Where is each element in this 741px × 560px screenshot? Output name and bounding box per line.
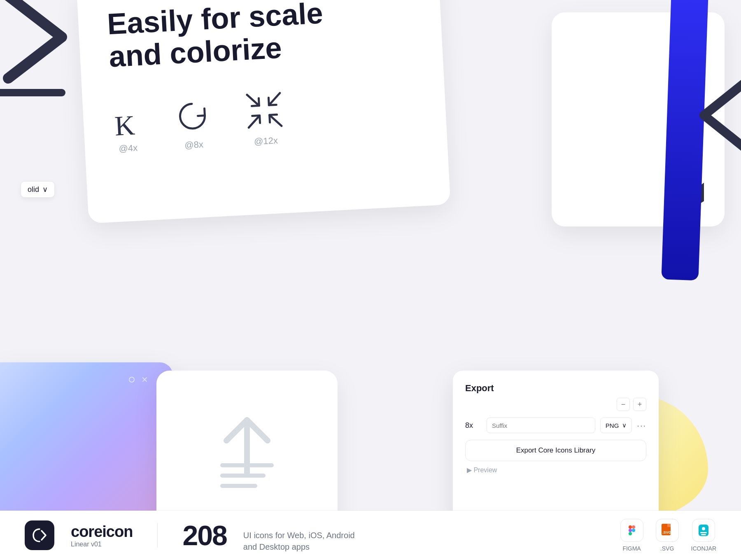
chevron-down-icon: ∨ xyxy=(42,185,48,194)
export-scale-value: 8x xyxy=(465,421,482,430)
logo-version: Linear v01 xyxy=(71,541,133,548)
arrow-left-icon xyxy=(687,74,741,156)
vertical-divider xyxy=(157,523,158,548)
figma-icon-container xyxy=(620,519,643,542)
top-left-arrow xyxy=(0,0,78,88)
svg-line-1 xyxy=(247,94,259,106)
window-close-icon: ✕ xyxy=(141,375,148,385)
compress-arrows-icon xyxy=(242,89,286,132)
icon-label-4x: @4x xyxy=(119,143,138,154)
icon-label-8x: @8x xyxy=(184,139,204,151)
svg-icon-container: .SVG xyxy=(656,519,679,542)
export-format-label: PNG xyxy=(606,422,619,429)
iconjar-icon xyxy=(696,523,711,538)
horizontal-line-icon xyxy=(0,86,66,99)
logo-text: coreicon Linear v01 xyxy=(71,523,133,548)
svg-rect-16 xyxy=(667,524,671,527)
export-plus-button[interactable]: + xyxy=(633,398,646,411)
horizontal-line-decoration xyxy=(0,86,66,100)
gradient-card: ✕ xyxy=(0,362,173,519)
bottom-bar: coreicon Linear v01 208 UI icons for Web… xyxy=(0,511,741,560)
tool-figma: FIGMA xyxy=(620,519,643,552)
svg-point-19 xyxy=(702,527,705,530)
export-dots-button[interactable]: ··· xyxy=(637,421,646,430)
svg-rect-12 xyxy=(629,529,632,532)
window-dot xyxy=(129,377,135,383)
tool-iconjar: ICONJAR xyxy=(691,519,716,552)
arrow-right-decoration xyxy=(687,74,741,158)
tool-svg: .SVG .SVG xyxy=(656,519,679,552)
iconjar-icon-container xyxy=(692,519,715,542)
count-description: UI icons for Web, iOS, Android and Deskt… xyxy=(243,518,355,553)
refresh-circle-icon xyxy=(173,97,212,136)
svg-line-2 xyxy=(268,93,280,105)
window-controls: ✕ xyxy=(129,375,148,385)
svg-text:K: K xyxy=(114,110,136,139)
svg-rect-10 xyxy=(629,525,632,529)
logo-icon xyxy=(25,520,54,550)
svg-line-4 xyxy=(270,114,282,126)
icon-item-12x: @12x xyxy=(242,89,287,148)
export-scale-row: 8x PNG ∨ ··· xyxy=(465,418,646,433)
svg-rect-13 xyxy=(629,532,632,535)
svg-rect-11 xyxy=(632,525,635,529)
coreicon-logo-icon xyxy=(30,526,49,545)
export-suffix-input[interactable] xyxy=(487,418,595,433)
icon-label-12x: @12x xyxy=(254,135,278,147)
svg-label: .SVG xyxy=(660,545,674,552)
tools-row: FIGMA .SVG .SVG IC xyxy=(620,519,716,552)
top-arrow-icon xyxy=(0,0,78,86)
export-button-label: Export Core Icons Library xyxy=(516,446,596,455)
solid-dropdown[interactable]: olid ∨ xyxy=(21,181,55,198)
iconjar-label: ICONJAR xyxy=(691,545,716,552)
card-title: Easily for scale and colorize xyxy=(106,0,414,73)
svg-point-14 xyxy=(632,529,635,532)
svg-text:.SVG: .SVG xyxy=(662,530,671,534)
svg-line-3 xyxy=(248,116,260,128)
export-preview-toggle[interactable]: ▶ Preview xyxy=(465,466,646,474)
logo-name: coreicon xyxy=(71,523,133,541)
k-letter-icon: K xyxy=(112,109,142,139)
upload-icon-container xyxy=(214,412,280,494)
svg-file-icon: .SVG xyxy=(660,523,675,538)
export-panel: Export −+ 8x PNG ∨ ··· Export Core Icons… xyxy=(453,371,659,527)
svg-rect-20 xyxy=(700,532,707,533)
svg-rect-21 xyxy=(701,534,706,535)
icon-item-8x: @8x xyxy=(173,97,213,152)
dropdown-label: olid xyxy=(28,185,39,194)
icons-row: K @4x @8x @12x xyxy=(111,82,418,155)
icon-item-4x: K @4x xyxy=(112,109,143,155)
scale-card: Easily for scale and colorize K @4x @8x xyxy=(76,0,450,224)
icon-count: 208 xyxy=(182,519,226,551)
figma-label: FIGMA xyxy=(622,545,641,552)
export-panel-title: Export xyxy=(465,383,646,394)
chevron-down-icon: ∨ xyxy=(622,422,627,429)
upload-arrow-icon xyxy=(214,412,280,494)
figma-icon xyxy=(625,524,638,537)
export-library-button[interactable]: Export Core Icons Library xyxy=(465,440,646,461)
export-minus-button[interactable]: − xyxy=(617,398,630,411)
export-format-selector[interactable]: PNG ∨ xyxy=(600,418,632,433)
